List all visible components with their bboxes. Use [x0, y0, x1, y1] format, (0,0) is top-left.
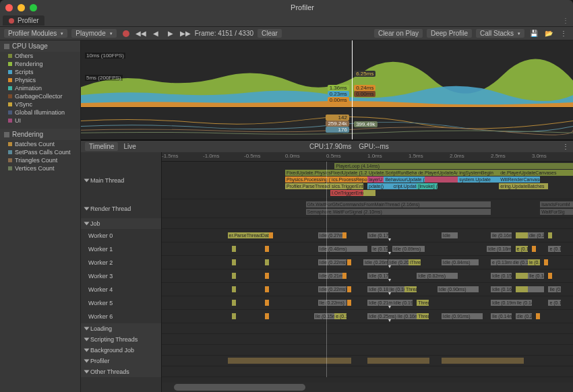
profiler-sample-bar[interactable]: Physics.Processing (0.70ms) [285, 176, 330, 183]
timeline-view[interactable]: Main Thread Render Thread Job Worker 0 W… [81, 152, 573, 392]
legend-item[interactable]: Scripts [0, 68, 80, 76]
collapse-caret-icon[interactable]: ▾ [388, 250, 391, 256]
profiler-sample-bar[interactable] [363, 190, 375, 196]
timeline-track[interactable]: Idle (0.21ms)Idle (0.17mIdle (0.82ms)Idl… [162, 269, 573, 283]
profiler-sample-bar[interactable]: ics.ProcessReports (0.49 [330, 176, 367, 183]
legend-item[interactable]: VSync [0, 100, 80, 108]
timeline-track[interactable] [162, 356, 573, 366]
profiler-sample-bar[interactable] [265, 246, 269, 252]
profiler-sample-bar[interactable]: Ile (0.16ms [396, 313, 417, 319]
collapse-caret-icon[interactable]: ▾ [388, 263, 391, 269]
thread-label[interactable]: Render Thread [81, 199, 161, 218]
profiler-sample-bar[interactable]: Idle [442, 232, 458, 238]
profiler-sample-bar[interactable]: ThreadE [404, 286, 417, 292]
profiler-sample-bar[interactable]: Idle (0.89ms) [392, 246, 425, 252]
profiler-sample-bar[interactable] [232, 259, 236, 265]
timeline-track[interactable]: Ile (0.15mse (0.15mIdle (0.25ms)Ile (0.1… [162, 310, 573, 323]
timeline-track[interactable] [162, 323, 573, 334]
profiler-sample-bar[interactable]: e (0.14m [516, 246, 528, 252]
profiler-sample-bar[interactable] [232, 300, 236, 306]
frame-prev-icon[interactable]: ◀ [150, 28, 161, 39]
profiler-sample-bar[interactable]: Idle (0.18ms [367, 286, 388, 292]
profiler-sample-bar[interactable]: Ile (0.14m [516, 300, 532, 306]
collapse-caret-icon[interactable]: ▾ [388, 317, 391, 323]
rendering-chart[interactable]: 142 259.24k 176 399.49k [81, 108, 573, 140]
profiler-sample-bar[interactable] [265, 273, 269, 279]
profiler-sample-bar[interactable] [269, 232, 273, 238]
timeline-track[interactable]: Idle (0.48ms)le (0.15msIdle (0.89ms)Idle… [162, 242, 573, 256]
thread-label[interactable]: Worker 5 [81, 296, 161, 310]
profiler-sample-bar[interactable]: ingSystemBegin [458, 170, 499, 176]
profiler-sample-bar[interactable]: iThread0 [409, 259, 421, 265]
rendering-header[interactable]: Rendering [0, 129, 80, 140]
timeline-track[interactable] [162, 334, 573, 345]
profiler-sample-bar[interactable]: Thread [417, 300, 429, 306]
profiler-sample-bar[interactable] [548, 273, 552, 279]
profiler-sample-bar[interactable]: e (0.11m [548, 246, 560, 252]
profiler-sample-bar[interactable]: Thread [417, 313, 429, 319]
tab-options-icon[interactable]: ⋮ [562, 17, 569, 24]
profiler-sample-bar[interactable]: dle (0.25ms [528, 232, 544, 238]
profiler-sample-bar[interactable]: Idle (0.90ms) [438, 286, 479, 292]
tab-profiler[interactable]: Profiler [3, 15, 44, 26]
profiler-sample-bar[interactable]: Idle (0.27ms) [318, 232, 343, 238]
profiler-sample-bar[interactable] [528, 286, 544, 292]
profiler-sample-bar[interactable]: e (0.11m [548, 300, 560, 306]
frame-back-icon[interactable]: ◀◀ [135, 28, 146, 39]
profiler-sample-bar[interactable]: dle (0.25ms [516, 313, 532, 319]
profiler-sample-bar[interactable]: Idle (0.15m [491, 273, 512, 279]
timeline-track[interactable]: er.ParseThreadData (0.38Idle (0.27ms)Idl… [162, 229, 573, 242]
profiler-sample-bar[interactable]: le (0.15ms [371, 246, 388, 252]
profiler-sample-bar[interactable]: e (0.15m [334, 313, 346, 319]
legend-item[interactable]: UI [0, 117, 80, 125]
close-window-button[interactable] [5, 4, 13, 11]
clear-on-play-toggle[interactable]: Clear on Play [374, 29, 423, 38]
profiler-sample-bar[interactable]: Idle (0.82ms) [417, 273, 458, 279]
profiler-sample-bar[interactable]: Idle (0.20ms [388, 259, 409, 265]
timeline-track[interactable]: PlayerLoop (4.14ms)FixedUpdate.PhysicsFi… [162, 162, 573, 199]
profiler-sample-bar[interactable]: Idle (0.17m [367, 232, 388, 238]
playmode-dropdown[interactable]: Playmode [71, 29, 116, 38]
profiler-sample-bar[interactable]: Gfx.WaitForGfxCommandsFromMainThread (2.… [306, 201, 491, 207]
call-stacks-dropdown[interactable]: Call Stacks [476, 29, 524, 38]
profiler-sample-bar[interactable]: Idle (0.91ms) [442, 313, 483, 319]
thread-label[interactable]: Job [81, 218, 161, 229]
profiler-sample-bar[interactable] [347, 286, 351, 292]
profiler-sample-bar[interactable]: Idle (0.48ms) [318, 246, 367, 252]
profiler-sample-bar[interactable]: Ile (0.15ms [314, 313, 335, 319]
profiler-sample-bar[interactable]: Idle (0.16ms [491, 286, 512, 292]
profiler-sample-bar[interactable] [347, 300, 351, 306]
profiler-sample-bar[interactable] [548, 232, 552, 238]
profiler-sample-bar[interactable]: Idle (0.21ms) [318, 273, 343, 279]
profiler-sample-bar[interactable]: Ile (0.11m [548, 286, 560, 292]
profiler-sample-bar[interactable]: Idle (0.22ms) [318, 286, 347, 292]
collapse-caret-icon[interactable]: ▾ [388, 277, 391, 283]
profiler-sample-bar[interactable] [442, 358, 524, 364]
legend-item[interactable]: Others [0, 52, 80, 60]
cpu-usage-header[interactable]: CPU Usage [0, 40, 80, 52]
profiler-sample-bar[interactable] [532, 246, 536, 252]
profiler-sample-bar[interactable] [516, 286, 528, 292]
profiler-sample-bar[interactable]: dle (0.15m [512, 259, 528, 265]
profiler-sample-bar[interactable] [265, 300, 269, 306]
timeline-track[interactable] [162, 345, 573, 356]
profiler-sample-bar[interactable] [265, 259, 269, 265]
profiler-sample-bar[interactable] [232, 273, 236, 279]
profiler-sample-bar[interactable]: de.PlayerUpdateCanvases [499, 170, 573, 176]
profiler-sample-bar[interactable]: Idle (0.84ms) [442, 259, 479, 265]
thread-label[interactable]: Worker 6 [81, 310, 161, 323]
profiler-sample-bar[interactable]: I.OnTriggerEnter() (0ms [330, 190, 363, 196]
profiler-sample-bar[interactable]: [Invoke] (0 [417, 183, 438, 189]
profiler-sample-bar[interactable]: Ile (0.14m [528, 273, 544, 279]
profiler-sample-bar[interactable]: de.PlayerUpdateAn [417, 170, 458, 176]
legend-item[interactable]: Global Illumination [0, 108, 80, 117]
zoom-window-button[interactable] [30, 4, 37, 11]
legend-item[interactable]: Physics [0, 76, 80, 84]
clear-button[interactable]: Clear [258, 29, 282, 38]
profiler-sample-bar[interactable]: Ile (0.14m [491, 313, 512, 319]
live-toggle[interactable]: Live [123, 143, 135, 150]
timeline-track[interactable]: Gfx.WaitForGfxCommandsFromMainThread (2.… [162, 199, 573, 218]
thread-label[interactable]: Worker 3 [81, 269, 161, 283]
timeline-track[interactable]: Idle (0.22ms)Idle (0.18msIle (0.16msThre… [162, 283, 573, 296]
legend-item[interactable]: Batches Count [0, 140, 80, 148]
